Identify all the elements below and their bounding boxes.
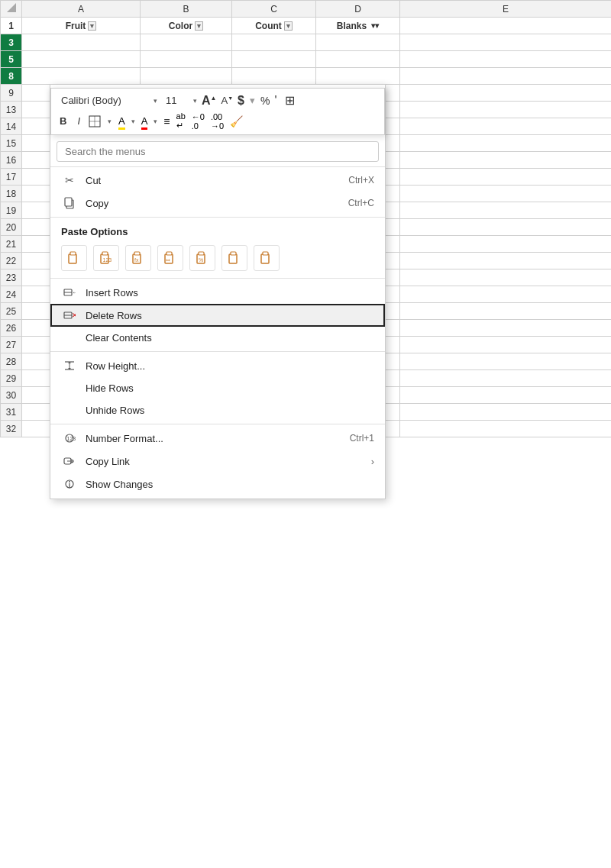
cell-e28[interactable] bbox=[400, 353, 612, 370]
paste-icon-6[interactable] bbox=[221, 245, 247, 271]
cell-e18[interactable] bbox=[400, 186, 612, 202]
italic-button[interactable]: I bbox=[75, 114, 82, 128]
border-dropdown[interactable]: ▾ bbox=[108, 118, 112, 125]
paste-icon-5[interactable]: % bbox=[189, 245, 215, 271]
paste-icon-4[interactable]: ⇔ bbox=[157, 245, 183, 271]
cell-e31[interactable] bbox=[400, 404, 612, 421]
filter-icon-a[interactable]: ▾ bbox=[88, 21, 96, 31]
cell-b1[interactable]: Color ▾ bbox=[141, 18, 232, 34]
cell-e5[interactable] bbox=[400, 51, 612, 68]
cell-e20[interactable] bbox=[400, 219, 612, 236]
cell-d8[interactable] bbox=[316, 68, 400, 85]
menu-item-cut[interactable]: ✂ Cut Ctrl+X bbox=[50, 169, 385, 192]
clear-format-button[interactable]: 🧹 bbox=[230, 115, 243, 127]
font-size-dropdown-arrow[interactable]: ▾ bbox=[193, 97, 197, 105]
cell-a1[interactable]: Fruit ▾ bbox=[22, 18, 141, 34]
svg-rect-21 bbox=[231, 252, 236, 255]
cell-e23[interactable] bbox=[400, 269, 612, 286]
cell-d1[interactable]: Blanks ▾▾ bbox=[316, 18, 400, 34]
comma-button[interactable]: ' bbox=[274, 94, 276, 108]
wrap-button[interactable]: ab↵ bbox=[176, 111, 186, 131]
cell-b3[interactable] bbox=[141, 34, 232, 51]
menu-item-copy[interactable]: Copy Ctrl+C bbox=[50, 192, 385, 215]
col-header-e[interactable]: E bbox=[400, 1, 612, 18]
toolbar-grid-icon[interactable]: ⊞ bbox=[285, 93, 295, 108]
cell-e19[interactable] bbox=[400, 202, 612, 219]
col-header-b[interactable]: B bbox=[141, 1, 232, 18]
menu-item-copy-link[interactable]: Copy Link › bbox=[50, 450, 385, 473]
filter-icon-b[interactable]: ▾ bbox=[195, 21, 203, 31]
cell-e30[interactable] bbox=[400, 387, 612, 404]
percent-button[interactable]: % bbox=[260, 95, 270, 107]
cell-b8[interactable] bbox=[141, 68, 232, 85]
font-color-icon: A bbox=[141, 115, 148, 130]
cell-e21[interactable] bbox=[400, 236, 612, 253]
highlight-button[interactable]: A bbox=[118, 115, 125, 127]
cell-e29[interactable] bbox=[400, 370, 612, 387]
filter-blanks[interactable]: Blanks ▾▾ bbox=[337, 21, 379, 31]
font-size-input[interactable]: 11 bbox=[162, 92, 189, 108]
filter-fruit[interactable]: Fruit ▾ bbox=[66, 21, 97, 31]
cell-a5[interactable] bbox=[22, 51, 141, 68]
menu-item-number-format[interactable]: 123 Number Format... Ctrl+1 bbox=[50, 427, 385, 450]
cell-c5[interactable] bbox=[232, 51, 316, 68]
menu-item-insert-rows[interactable]: ← Insert Rows bbox=[50, 281, 385, 304]
cell-c3[interactable] bbox=[232, 34, 316, 51]
cell-e24[interactable] bbox=[400, 286, 612, 303]
cell-e27[interactable] bbox=[400, 337, 612, 353]
cell-e9[interactable] bbox=[400, 85, 612, 102]
cell-e16[interactable] bbox=[400, 152, 612, 169]
filter-color[interactable]: Color ▾ bbox=[169, 21, 203, 31]
font-name-selector[interactable]: Calibri (Body) bbox=[57, 92, 149, 108]
search-input[interactable] bbox=[57, 141, 379, 162]
cell-a3[interactable] bbox=[22, 34, 141, 51]
cell-e26[interactable] bbox=[400, 320, 612, 337]
paste-icon-7[interactable] bbox=[254, 245, 280, 271]
search-box-container bbox=[50, 137, 385, 167]
cell-d5[interactable] bbox=[316, 51, 400, 68]
menu-item-show-changes[interactable]: Show Changes bbox=[50, 473, 385, 495]
paste-icon-2[interactable]: 123 bbox=[93, 245, 119, 271]
cell-e22[interactable] bbox=[400, 253, 612, 269]
cell-e13[interactable] bbox=[400, 102, 612, 118]
font-color-button[interactable]: A bbox=[141, 115, 148, 127]
cell-d3[interactable] bbox=[316, 34, 400, 51]
font-color-dropdown[interactable]: ▾ bbox=[154, 118, 157, 125]
svg-text:123: 123 bbox=[103, 257, 112, 263]
border-button[interactable] bbox=[89, 115, 101, 127]
cell-e15[interactable] bbox=[400, 135, 612, 152]
cell-c8[interactable] bbox=[232, 68, 316, 85]
filter-icon-c[interactable]: ▾ bbox=[284, 21, 293, 31]
cell-e25[interactable] bbox=[400, 303, 612, 320]
cell-e32[interactable] bbox=[400, 421, 612, 437]
font-shrink-button[interactable]: A▼ bbox=[221, 95, 233, 106]
menu-item-hide-rows[interactable]: Hide Rows bbox=[50, 377, 385, 399]
align-button[interactable]: ≡ bbox=[163, 115, 170, 127]
cell-e17[interactable] bbox=[400, 169, 612, 186]
cell-c1[interactable]: Count ▾ bbox=[232, 18, 316, 34]
filter-icon-d[interactable]: ▾▾ bbox=[371, 21, 379, 30]
cell-e14[interactable] bbox=[400, 118, 612, 135]
cell-e8[interactable] bbox=[400, 68, 612, 85]
paste-icon-1[interactable] bbox=[61, 245, 87, 271]
menu-item-unhide-rows[interactable]: Unhide Rows bbox=[50, 399, 385, 421]
bold-button[interactable]: B bbox=[57, 114, 69, 128]
font-name-dropdown-arrow[interactable]: ▾ bbox=[154, 97, 157, 105]
filter-count[interactable]: Count ▾ bbox=[255, 21, 293, 31]
font-grow-button[interactable]: A▲ bbox=[202, 94, 216, 108]
increase-decimal-button[interactable]: .00→0 bbox=[211, 112, 224, 131]
cell-e3[interactable] bbox=[400, 34, 612, 51]
col-header-c[interactable]: C bbox=[232, 1, 316, 18]
dollar-button[interactable]: $ bbox=[238, 94, 244, 108]
cell-b5[interactable] bbox=[141, 51, 232, 68]
menu-item-row-height[interactable]: Row Height... bbox=[50, 354, 385, 377]
paste-icon-3[interactable]: fx bbox=[125, 245, 151, 271]
col-header-a[interactable]: A bbox=[22, 1, 141, 18]
grid-row-5: 5 bbox=[1, 51, 612, 68]
col-header-d[interactable]: D bbox=[316, 1, 400, 18]
decrease-decimal-button[interactable]: ←0.0 bbox=[192, 112, 205, 131]
menu-item-clear-contents[interactable]: Clear Contents bbox=[50, 327, 385, 349]
menu-item-delete-rows[interactable]: ✕ Delete Rows bbox=[50, 304, 385, 327]
highlight-dropdown[interactable]: ▾ bbox=[131, 118, 135, 125]
cell-a8[interactable] bbox=[22, 68, 141, 85]
